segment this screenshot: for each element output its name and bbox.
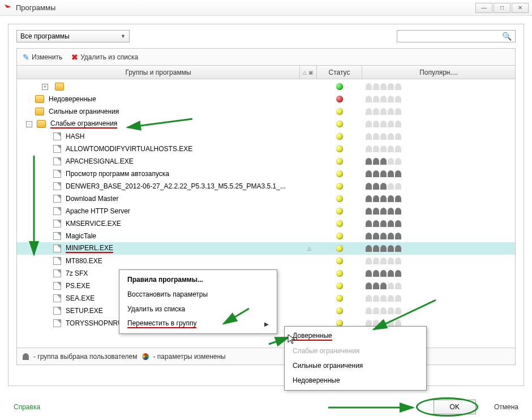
context-menu-item[interactable]: Удалить из списка [119, 302, 277, 316]
popularity-icon [373, 183, 379, 190]
table-row[interactable]: DENWER3_BASE_2012-06-27_A2.2.22_P5.3.13_… [17, 180, 515, 192]
pencil-icon: ✎ [23, 53, 29, 62]
status-dot-icon [336, 133, 343, 140]
row-label: HASH [66, 132, 84, 140]
row-label: Apache HTTP Server [66, 207, 130, 215]
status-dot-icon [336, 282, 343, 289]
popularity-icon [388, 145, 394, 152]
status-dot-icon [336, 195, 343, 202]
popularity-icon [380, 282, 387, 289]
cancel-link[interactable]: Отмена [494, 403, 518, 411]
titlebar: Программы — □ ✕ [0, 0, 532, 16]
submenu-item[interactable]: Недоверенные [285, 373, 426, 388]
edit-button[interactable]: ✎ Изменить [23, 53, 62, 62]
status-dot-icon [336, 245, 343, 252]
table-row[interactable]: MT880.EXE [17, 255, 515, 267]
table-row[interactable]: ALLOWTOMODIFYVIRTUALHOSTS.EXE [17, 143, 515, 155]
popularity-icon [366, 208, 372, 215]
table-row[interactable]: + [17, 80, 515, 93]
context-submenu[interactable]: ДоверенныеСлабые ограниченияСильные огра… [284, 326, 427, 391]
file-icon [53, 245, 61, 252]
popularity-icon [388, 307, 394, 314]
file-icon [53, 282, 61, 290]
popularity-icon [395, 83, 401, 90]
popularity-icon [395, 170, 401, 177]
column-status[interactable]: Статус [317, 66, 362, 79]
popularity-icon [366, 121, 372, 127]
popularity-icon [388, 245, 394, 252]
table-row[interactable]: Apache HTTP Server [17, 205, 515, 217]
popularity-icon [380, 83, 387, 90]
context-menu-item[interactable]: Переместить в группу▶ [119, 316, 277, 331]
expander-icon[interactable]: + [42, 84, 48, 90]
popularity-icon [366, 183, 372, 190]
status-dot-icon [336, 307, 343, 314]
popularity-icon [395, 208, 401, 215]
popularity-icon [395, 307, 401, 314]
column-sort[interactable]: △ ▣ [300, 66, 317, 79]
submenu-item[interactable]: Доверенные [285, 329, 426, 344]
table-row[interactable]: Недоверенные [17, 93, 515, 105]
submenu-item[interactable]: Сильные ограничения [285, 358, 426, 373]
status-dot-icon [336, 208, 343, 215]
dropdown-arrow-icon: ▼ [121, 33, 126, 39]
popularity-icon [388, 270, 394, 277]
popularity-icon [388, 83, 394, 90]
delete-button[interactable]: ✖ Удалить из списка [71, 53, 138, 62]
popularity-icon [380, 170, 387, 177]
ok-button[interactable]: OK [434, 400, 476, 414]
table-row[interactable]: MagicTale [17, 230, 515, 242]
search-input[interactable]: 🔍 [397, 30, 516, 42]
context-menu-item[interactable]: Правила программы... [119, 272, 277, 287]
help-link[interactable]: Справка [14, 403, 40, 411]
submenu-arrow-icon: ▶ [264, 321, 269, 327]
edit-label: Изменить [32, 53, 62, 61]
table-row[interactable]: HASH [17, 130, 515, 143]
file-icon [53, 132, 61, 140]
popularity-icon [366, 307, 372, 314]
status-dot-icon [336, 108, 343, 115]
popularity-icon [380, 121, 387, 127]
column-name[interactable]: Группы и программы [17, 66, 300, 79]
context-menu[interactable]: Правила программы...Восстановить парамет… [119, 269, 277, 334]
minimize-button[interactable]: — [475, 3, 492, 13]
popularity-icon [366, 258, 372, 264]
file-icon [53, 294, 61, 302]
context-menu-item[interactable]: Восстановить параметры [119, 287, 277, 302]
popularity-icon [395, 121, 401, 127]
submenu-item: Слабые ограничения [285, 344, 426, 358]
popularity-icon [373, 195, 379, 202]
row-label: DENWER3_BASE_2012-06-27_A2.2.22_P5.3.13_… [66, 182, 286, 190]
row-label: MagicTale [66, 232, 96, 240]
table-row[interactable]: APACHESIGNAL.EXE [17, 155, 515, 168]
popularity-icon [366, 145, 372, 152]
table-row[interactable]: Сильные ограничения [17, 105, 515, 118]
table-row[interactable]: Download Master [17, 192, 515, 205]
popularity-icon [373, 133, 379, 140]
table-row[interactable]: Просмотр программ автозапуска [17, 168, 515, 180]
table-row[interactable]: -Слабые ограничения [17, 118, 515, 130]
column-popularity[interactable]: Популярн.... [362, 66, 515, 79]
expander-icon[interactable]: - [26, 121, 32, 127]
row-label: Download Master [66, 195, 118, 203]
popularity-icon [388, 258, 394, 264]
popularity-icon [366, 170, 372, 177]
row-label: 7z SFX [66, 269, 88, 277]
table-row[interactable]: MINIPERL.EXE △ [17, 242, 515, 255]
popularity-icon [373, 295, 379, 302]
file-icon [53, 170, 61, 178]
popularity-icon [388, 170, 394, 177]
popularity-icon [380, 270, 387, 277]
row-label: Слабые ограничения [50, 119, 117, 128]
file-icon [53, 220, 61, 228]
bottom-bar: Справка OK Отмена [0, 394, 532, 420]
popularity-icon [366, 83, 372, 90]
table-row[interactable]: KMSERVICE.EXE [17, 217, 515, 230]
row-label: SEA.EXE [66, 294, 95, 302]
filter-dropdown[interactable]: Все программы ▼ [16, 30, 130, 42]
close-button[interactable]: ✕ [512, 3, 529, 13]
file-icon [53, 307, 61, 315]
status-dot-icon [336, 270, 343, 277]
search-icon[interactable]: 🔍 [502, 32, 512, 41]
maximize-button[interactable]: □ [494, 3, 510, 13]
